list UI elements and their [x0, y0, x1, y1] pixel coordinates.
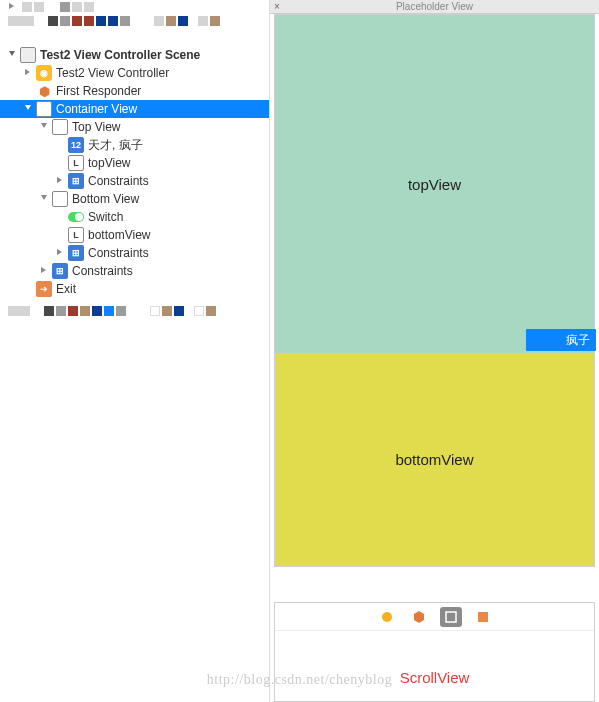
chevron-right-icon — [40, 266, 50, 276]
chevron-down-icon — [40, 122, 50, 132]
bottom-view-region[interactable]: bottomView — [275, 353, 594, 566]
tree-label: 天才, 疯子 — [88, 137, 143, 154]
tool-cube-icon[interactable] — [408, 607, 430, 627]
tree-label: Constraints — [88, 246, 149, 260]
color-strip-row — [0, 0, 269, 14]
bottom-view-label: bottomView — [395, 451, 473, 468]
tree-label: topView — [88, 156, 130, 170]
tree-row-constraints[interactable]: ⊞ Constraints — [0, 172, 269, 190]
color-strip-row — [0, 304, 269, 318]
tree-label: Switch — [88, 210, 123, 224]
tree-row-first-responder[interactable]: ⬢ First Responder — [0, 82, 269, 100]
switch-icon — [68, 209, 84, 225]
cube-icon: ⬢ — [36, 83, 52, 99]
floating-button-label: 疯子 — [566, 332, 590, 349]
top-view-label: topView — [408, 176, 461, 193]
chevron-down-icon — [40, 194, 50, 204]
canvas-title-bar: × Placeholder View — [270, 0, 599, 14]
label-icon: L — [68, 155, 84, 171]
floating-button[interactable]: 疯子 — [526, 329, 596, 351]
document-outline-panel: Test2 View Controller Scene ◉ Test2 View… — [0, 0, 270, 702]
chevron-right-icon — [24, 68, 34, 78]
tool-view-icon[interactable] — [440, 607, 462, 627]
canvas-panel: × Placeholder View topView 疯子 bottomView — [270, 0, 599, 702]
chevron-down-icon — [8, 50, 18, 60]
scene-header-row[interactable]: Test2 View Controller Scene — [0, 46, 269, 64]
tree-label: Constraints — [72, 264, 133, 278]
tool-coin-icon[interactable] — [376, 607, 398, 627]
tree-label: Test2 View Controller Scene — [40, 48, 200, 62]
tree-row-switch[interactable]: Switch — [0, 208, 269, 226]
tree-row-viewcontroller[interactable]: ◉ Test2 View Controller — [0, 64, 269, 82]
constraints-icon: ⊞ — [68, 173, 84, 189]
tree-label: Constraints — [88, 174, 149, 188]
tree-row-top-view[interactable]: Top View — [0, 118, 269, 136]
tree-row-bottom-view[interactable]: Bottom View — [0, 190, 269, 208]
svg-point-0 — [382, 612, 392, 622]
chevron-right-icon[interactable] — [8, 2, 18, 12]
label-icon: L — [68, 227, 84, 243]
tree-row-label-chinese[interactable]: 12 天才, 疯子 — [0, 136, 269, 154]
color-strip-row — [0, 14, 269, 28]
viewcontroller-icon: ◉ — [36, 65, 52, 81]
chevron-right-icon — [56, 176, 66, 186]
tree-row-exit[interactable]: ➔ Exit — [0, 280, 269, 298]
tree-label: First Responder — [56, 84, 141, 98]
view-icon — [36, 101, 52, 117]
tree-label: Exit — [56, 282, 76, 296]
tree-row-constraints[interactable]: ⊞ Constraints — [0, 262, 269, 280]
chevron-down-icon — [24, 104, 34, 114]
inspector-toolbar — [275, 603, 594, 631]
top-view-region[interactable]: topView 疯子 — [275, 15, 594, 353]
container-view-canvas[interactable]: topView 疯子 bottomView — [274, 14, 595, 567]
tree-row-constraints[interactable]: ⊞ Constraints — [0, 244, 269, 262]
view-icon — [52, 191, 68, 207]
scene-icon — [20, 47, 36, 63]
tree-row-label-topview[interactable]: L topView — [0, 154, 269, 172]
tree-label: Top View — [72, 120, 120, 134]
canvas-title: Placeholder View — [396, 1, 473, 12]
tree-label: Container View — [56, 102, 137, 116]
constraints-icon: ⊞ — [52, 263, 68, 279]
scrollview-label: ScrollView — [275, 669, 594, 686]
tree-label: Bottom View — [72, 192, 139, 206]
close-icon[interactable]: × — [274, 0, 280, 14]
label-icon: 12 — [68, 137, 84, 153]
constraints-icon: ⊞ — [68, 245, 84, 261]
tree-label: bottomView — [88, 228, 150, 242]
canvas-viewport[interactable]: topView 疯子 bottomView — [270, 14, 599, 702]
chevron-right-icon — [56, 248, 66, 258]
tool-exit-icon[interactable] — [472, 607, 494, 627]
view-icon — [52, 119, 68, 135]
svg-rect-2 — [478, 612, 488, 622]
exit-icon: ➔ — [36, 281, 52, 297]
tree-label: Test2 View Controller — [56, 66, 169, 80]
tree-row-label-bottomview[interactable]: L bottomView — [0, 226, 269, 244]
inspector-panel: ScrollView — [274, 602, 595, 702]
tree-row-container-view[interactable]: Container View — [0, 100, 269, 118]
svg-rect-1 — [446, 612, 456, 622]
